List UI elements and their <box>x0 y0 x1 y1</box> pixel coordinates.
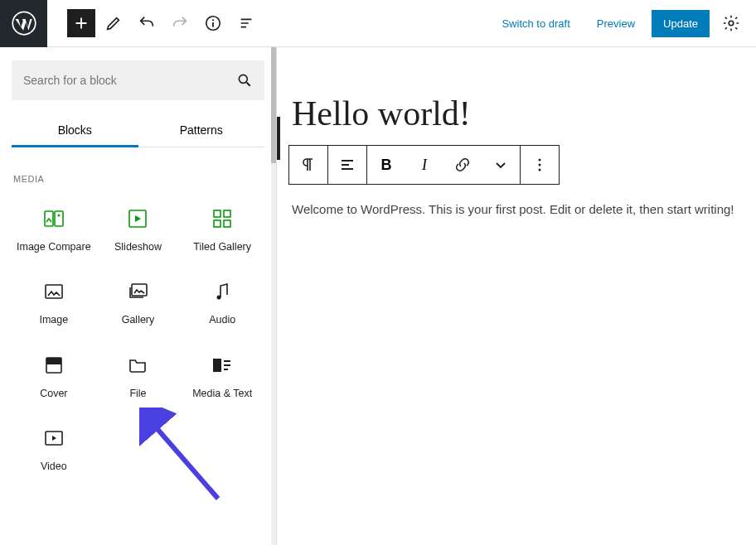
settings-button[interactable] <box>716 8 746 38</box>
plus-icon <box>72 14 90 32</box>
edit-mode-button[interactable] <box>99 8 128 38</box>
svg-rect-10 <box>214 210 220 217</box>
image-compare-icon <box>44 209 64 229</box>
block-toolbar: B I <box>288 145 560 185</box>
more-formatting-button[interactable] <box>482 146 520 184</box>
editor-canvas[interactable]: Hello world! B I <box>277 47 756 545</box>
topbar: Switch to draft Preview Update <box>0 0 756 47</box>
svg-rect-15 <box>132 284 147 296</box>
image-icon <box>44 282 64 301</box>
media-text-icon <box>212 355 232 375</box>
align-button[interactable] <box>328 146 366 184</box>
svg-rect-13 <box>224 220 230 227</box>
tab-blocks[interactable]: Blocks <box>12 113 138 147</box>
info-icon <box>204 14 222 32</box>
search-icon <box>236 72 253 89</box>
cover-icon <box>44 355 64 375</box>
block-file[interactable]: File <box>96 345 181 412</box>
search-input[interactable] <box>23 74 236 87</box>
slideshow-icon <box>128 209 148 229</box>
update-button[interactable]: Update <box>652 10 710 37</box>
video-icon <box>44 428 64 448</box>
svg-point-4 <box>729 21 734 26</box>
block-tiled-gallery[interactable]: Tiled Gallery <box>180 199 264 265</box>
wordpress-icon <box>12 11 36 36</box>
link-icon <box>454 157 471 173</box>
outline-button[interactable] <box>231 8 261 38</box>
align-icon <box>339 157 356 173</box>
redo-icon <box>171 14 189 32</box>
toolbar-right: Switch to draft Preview Update <box>492 8 756 38</box>
link-button[interactable] <box>443 146 482 184</box>
toolbar-left <box>47 8 261 38</box>
bold-button[interactable]: B <box>367 146 405 184</box>
scrollbar-thumb[interactable] <box>271 47 276 163</box>
block-grid: Image Compare Slideshow Tiled Gallery <box>12 199 264 485</box>
svg-rect-18 <box>46 358 61 364</box>
gallery-icon <box>128 282 148 301</box>
block-image[interactable]: Image <box>12 272 96 338</box>
svg-rect-12 <box>214 220 220 227</box>
svg-point-16 <box>217 296 221 300</box>
paragraph-icon <box>300 157 317 173</box>
block-inserter-panel: Blocks Patterns MEDIA Image Compare S <box>0 47 277 545</box>
block-image-compare[interactable]: Image Compare <box>12 199 96 265</box>
svg-rect-7 <box>55 211 63 226</box>
pencil-icon <box>104 14 123 32</box>
svg-rect-11 <box>224 210 230 217</box>
block-caret-indicator <box>277 117 280 160</box>
redo-button[interactable] <box>165 8 195 38</box>
block-audio[interactable]: Audio <box>180 272 264 338</box>
more-vertical-icon <box>532 157 547 172</box>
svg-point-21 <box>539 159 541 162</box>
svg-point-5 <box>239 75 247 83</box>
add-block-button[interactable] <box>67 9 95 37</box>
block-slideshow[interactable]: Slideshow <box>96 199 181 265</box>
inserter-tabs: Blocks Patterns <box>12 113 264 147</box>
svg-rect-3 <box>212 22 214 27</box>
preview-button[interactable]: Preview <box>587 11 645 36</box>
block-video[interactable]: Video <box>12 418 96 485</box>
block-options-button[interactable] <box>521 146 559 184</box>
wordpress-logo[interactable] <box>0 0 47 47</box>
svg-rect-19 <box>213 359 221 372</box>
undo-button[interactable] <box>132 8 162 38</box>
tiled-gallery-icon <box>212 209 232 229</box>
block-media-text[interactable]: Media & Text <box>180 345 264 412</box>
svg-point-22 <box>539 164 541 166</box>
svg-point-23 <box>539 169 541 171</box>
main: Blocks Patterns MEDIA Image Compare S <box>0 47 756 545</box>
block-gallery[interactable]: Gallery <box>96 272 181 338</box>
category-media-label: MEDIA <box>12 167 264 199</box>
svg-rect-14 <box>46 285 62 298</box>
file-icon <box>128 355 148 375</box>
info-button[interactable] <box>198 8 228 38</box>
svg-point-8 <box>57 215 60 217</box>
block-type-button[interactable] <box>289 146 327 184</box>
switch-to-draft-button[interactable]: Switch to draft <box>492 11 579 36</box>
post-paragraph[interactable]: Welcome to WordPress. This is your first… <box>288 200 748 219</box>
block-search[interactable] <box>12 60 264 100</box>
svg-point-2 <box>212 19 214 21</box>
chevron-down-icon <box>493 157 508 172</box>
undo-icon <box>138 14 156 32</box>
italic-button[interactable]: I <box>405 146 443 184</box>
block-cover[interactable]: Cover <box>12 345 96 412</box>
list-view-icon <box>237 14 255 32</box>
audio-icon <box>212 282 232 301</box>
gear-icon <box>722 14 740 32</box>
tab-patterns[interactable]: Patterns <box>138 113 265 147</box>
italic-icon: I <box>422 157 427 174</box>
bold-icon: B <box>381 157 392 174</box>
post-title[interactable]: Hello world! <box>288 94 748 133</box>
